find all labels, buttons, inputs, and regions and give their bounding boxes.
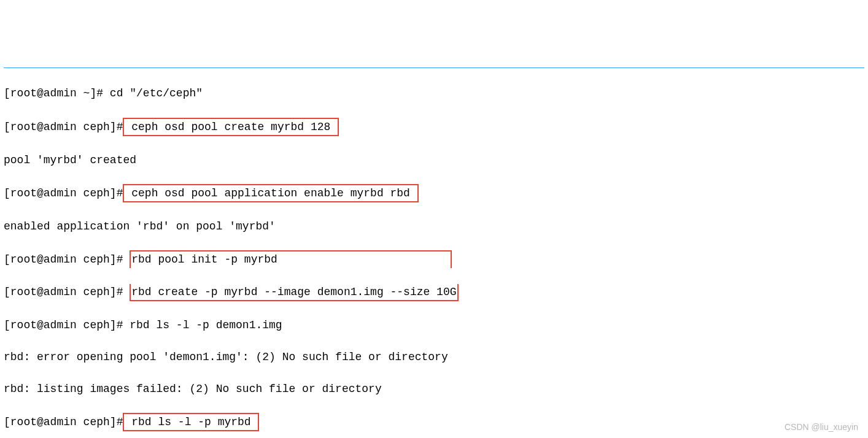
watermark: CSDN @liu_xueyin	[785, 421, 858, 433]
cmd-line-8: [root@admin ceph]# rbd ls -l -p demon1.i…	[4, 317, 864, 333]
prompt: [root@admin ceph]#	[4, 319, 130, 331]
prompt: [root@admin ceph]#	[4, 187, 123, 199]
output-line: enabled application 'rbd' on pool 'myrbd…	[4, 218, 864, 234]
highlighted-command: ceph osd pool application enable myrbd r…	[123, 184, 418, 202]
highlighted-command: rbd pool init -p myrbd	[130, 250, 451, 267]
highlighted-command: rbd create -p myrbd --image demon1.img -…	[130, 284, 458, 301]
prompt: [root@admin ceph]#	[4, 253, 130, 266]
highlighted-command: ceph osd pool create myrbd 128	[123, 118, 339, 136]
cmd-line-11: [root@admin ceph]# rbd ls -l -p myrbd	[4, 413, 864, 431]
output-line: pool 'myrbd' created	[4, 152, 864, 168]
cmd-line-7: [root@admin ceph]# rbd create -p myrbd -…	[4, 284, 864, 301]
highlighted-command: rbd ls -l -p myrbd	[123, 413, 259, 431]
top-separator	[4, 67, 864, 68]
prompt: [root@admin ~]#	[4, 87, 110, 99]
command-text: rbd ls -l -p demon1.img	[130, 319, 282, 331]
prompt: [root@admin ceph]#	[4, 286, 130, 298]
cmd-line-6: [root@admin ceph]# rbd pool init -p myrb…	[4, 250, 864, 267]
cmd-line-2: [root@admin ceph]# ceph osd pool create …	[4, 118, 864, 136]
cmd-line-4: [root@admin ceph]# ceph osd pool applica…	[4, 184, 864, 202]
error-line: rbd: error opening pool 'demon1.img': (2…	[4, 349, 864, 365]
command-text: cd "/etc/ceph"	[110, 87, 203, 99]
prompt: [root@admin ceph]#	[4, 121, 123, 133]
cmd-line-1: [root@admin ~]# cd "/etc/ceph"	[4, 85, 864, 101]
error-line: rbd: listing images failed: (2) No such …	[4, 381, 864, 397]
prompt: [root@admin ceph]#	[4, 416, 123, 428]
